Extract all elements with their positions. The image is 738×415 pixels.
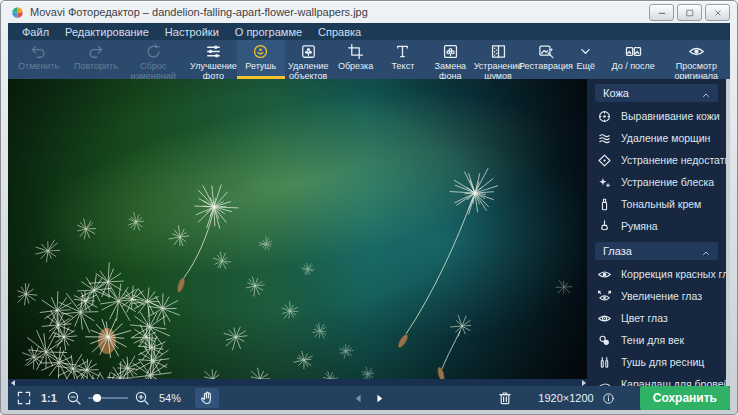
- panel-item-label: Увеличение глаз: [621, 290, 702, 302]
- eye-icon: [688, 43, 705, 60]
- fit-to-screen-button[interactable]: [16, 390, 32, 406]
- toolbar-button-label: Улучшение фото: [190, 61, 237, 81]
- panel-item-wrinkle-removal[interactable]: Удаление морщин: [587, 127, 726, 149]
- toolbar-button-label: Замена фона: [427, 61, 474, 81]
- menu-item-help[interactable]: Справка: [310, 25, 369, 39]
- panel-item-shine-removal[interactable]: Устранение блеска: [587, 171, 726, 193]
- panel-item-label: Тональный крем: [621, 198, 701, 210]
- panel-item-label: Удаление морщин: [621, 132, 710, 144]
- eyeshadow-icon: [597, 333, 612, 348]
- toolbar-button-reset[interactable]: Сброс изменений: [125, 40, 182, 79]
- foundation-icon: [597, 197, 612, 212]
- enhance-icon: [205, 43, 222, 60]
- toolbar-button-more[interactable]: Ещё: [570, 40, 602, 79]
- toolbar-button-retouch[interactable]: Ретушь: [237, 40, 284, 79]
- panel-scrollbar[interactable]: [726, 79, 730, 386]
- zoom-slider-knob[interactable]: [93, 394, 101, 402]
- toolbar-button-crop[interactable]: Обрезка: [332, 40, 379, 79]
- section-title: Глаза: [603, 245, 632, 257]
- delete-image-button[interactable]: [497, 390, 513, 406]
- panel-item-label: Устранение недостатков: [621, 154, 726, 166]
- panel-item-label: Коррекция красных глаз: [621, 268, 726, 280]
- toolbar-button-denoise[interactable]: Устранение шумов: [474, 40, 522, 79]
- toolbar-button-label: Отменить: [18, 61, 59, 71]
- reset-icon: [145, 43, 162, 60]
- retouch-panel: КожаВыравнивание кожиУдаление морщинУстр…: [587, 79, 726, 386]
- panel-item-blemish-removal[interactable]: Устранение недостатков: [587, 149, 726, 171]
- scroll-right-icon[interactable]: [582, 380, 586, 386]
- canvas-horizontal-scrollbar[interactable]: [8, 379, 589, 386]
- status-bar: 1:1 54% 1920×1200 Сохранить: [8, 386, 730, 410]
- hand-tool-button[interactable]: [195, 388, 219, 408]
- minimize-button[interactable]: [649, 4, 674, 21]
- panel-item-skin-evening[interactable]: Выравнивание кожи: [587, 105, 726, 127]
- previous-image-button[interactable]: [353, 393, 364, 404]
- section-header-eyes[interactable]: Глаза: [595, 242, 718, 260]
- panel-item-eyeshadow[interactable]: Тени для век: [587, 329, 726, 351]
- section-header-skin[interactable]: Кожа: [595, 84, 718, 102]
- toolbar-button-label: Просмотр оригинала: [665, 61, 728, 81]
- window-controls: [649, 4, 730, 21]
- toolbar-button-enhance[interactable]: Улучшение фото: [190, 40, 237, 79]
- hand-icon: [199, 390, 215, 406]
- zoom-slider[interactable]: [88, 397, 128, 399]
- actual-size-button[interactable]: 1:1: [41, 392, 57, 404]
- before-after-icon: [625, 43, 642, 60]
- toolbar-button-undo[interactable]: Отменить: [10, 40, 67, 79]
- toolbar-button-redo[interactable]: Повторить: [67, 40, 124, 79]
- chevron-down-icon: [577, 43, 594, 60]
- info-icon[interactable]: [602, 392, 615, 405]
- toolbar-button-object-removal[interactable]: Удаление объектов: [285, 40, 332, 79]
- toolbar-button-label: Ретушь: [245, 61, 276, 71]
- save-button[interactable]: Сохранить: [640, 386, 730, 410]
- eye-color-icon: [597, 311, 612, 326]
- panel-item-label: Тушь для ресниц: [621, 356, 704, 368]
- toolbar-button-restoration[interactable]: Реставрация: [522, 40, 570, 79]
- mascara-icon: [597, 355, 612, 370]
- panel-item-label: Тени для век: [621, 334, 684, 346]
- toolbar-button-label: Сброс изменений: [125, 61, 182, 81]
- zoom-in-button[interactable]: [134, 390, 150, 406]
- toolbar-button-label: Обрезка: [338, 61, 373, 71]
- menu-item-settings[interactable]: Настройки: [157, 25, 227, 39]
- panel-item-brow-pencil[interactable]: Карандаш для бровей: [587, 373, 726, 386]
- toolbar-button-label: Устранение шумов: [474, 61, 523, 81]
- toolbar-button-background[interactable]: Замена фона: [427, 40, 474, 79]
- panel-item-label: Румяна: [621, 220, 658, 232]
- image-dimensions: 1920×1200: [538, 392, 593, 404]
- window-title: Movavi Фоторедактор – dandelion-falling-…: [30, 6, 368, 18]
- close-button[interactable]: [705, 4, 730, 21]
- zoom-out-button[interactable]: [66, 390, 82, 406]
- scroll-left-icon[interactable]: [11, 380, 15, 386]
- next-image-button[interactable]: [374, 393, 385, 404]
- toolbar-button-view-original[interactable]: Просмотр оригинала: [665, 40, 728, 79]
- panel-item-label: Устранение блеска: [621, 176, 714, 188]
- denoise-icon: [490, 43, 507, 60]
- blush-icon: [597, 219, 612, 234]
- screen: Movavi Фоторедактор – dandelion-falling-…: [0, 0, 738, 415]
- title-bar[interactable]: Movavi Фоторедактор – dandelion-falling-…: [1, 1, 737, 23]
- panel-item-eye-enlarge[interactable]: Увеличение глаз: [587, 285, 726, 307]
- panel-item-mascara[interactable]: Тушь для ресниц: [587, 351, 726, 373]
- panel-item-label: Карандаш для бровей: [621, 378, 726, 386]
- maximize-button[interactable]: [677, 4, 702, 21]
- text-icon: [394, 43, 411, 60]
- toolbar-button-label: До / после: [612, 61, 655, 71]
- panel-item-eye-color[interactable]: Цвет глаз: [587, 307, 726, 329]
- chevron-up-icon: [702, 247, 710, 255]
- menu-item-edit[interactable]: Редактирование: [57, 25, 157, 39]
- menu-item-about[interactable]: О программе: [227, 25, 310, 39]
- undo-icon: [30, 43, 47, 60]
- background-icon: [442, 43, 459, 60]
- app-window: Movavi Фоторедактор – dandelion-falling-…: [0, 0, 738, 415]
- photo-canvas[interactable]: [8, 79, 589, 379]
- brow-pencil-icon: [597, 377, 612, 387]
- toolbar-button-before-after[interactable]: До / после: [602, 40, 665, 79]
- toolbar-button-text[interactable]: Текст: [379, 40, 426, 79]
- panel-item-red-eye[interactable]: Коррекция красных глаз: [587, 263, 726, 285]
- menu-item-file[interactable]: Файл: [14, 25, 57, 39]
- panel-item-blush[interactable]: Румяна: [587, 215, 726, 237]
- panel-item-foundation[interactable]: Тональный крем: [587, 193, 726, 215]
- retouch-icon: [252, 43, 269, 60]
- red-eye-icon: [597, 267, 612, 282]
